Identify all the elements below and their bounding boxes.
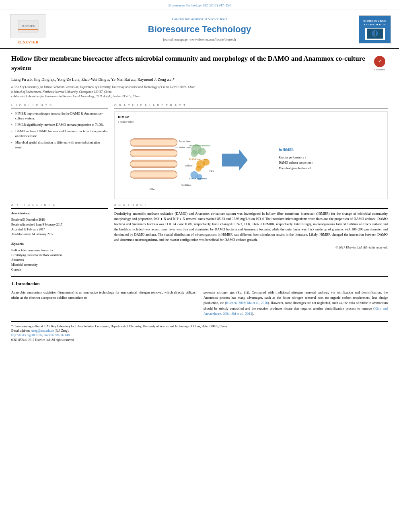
svg-point-20 <box>198 148 206 155</box>
svg-text:Anammox bacteria: Anammox bacteria <box>189 144 210 147</box>
article-info-col: A R T I C L E I N F O Article history: R… <box>11 203 108 272</box>
section-divider <box>11 276 388 277</box>
svg-point-24 <box>195 165 202 171</box>
journal-ref-text: Bioresource Technology 232 (2017) 247–25… <box>169 3 231 7</box>
issn-line: 0960-8524/© 2017 Elsevier Ltd. All right… <box>11 338 388 342</box>
logo-line1: BIORESOURCE <box>363 19 386 23</box>
svg-rect-11 <box>130 140 177 145</box>
copyright-line: © 2017 Elsevier Ltd. All rights reserved… <box>114 245 388 250</box>
ga-results: In HfMBR Reactor performance ↑ DAMO arch… <box>279 139 314 171</box>
svg-text:ELSEVIER: ELSEVIER <box>21 25 35 28</box>
sciencedirect-link-text[interactable]: ScienceDirect <box>208 17 227 21</box>
contents-text: Contents lists available at <box>172 17 207 21</box>
article-title: Hollow fiber membrane bioreactor affects… <box>11 54 368 73</box>
history-heading: Article history: <box>11 211 108 216</box>
email-address[interactable]: rzeng@ustc.edu.cn <box>31 329 54 333</box>
main-content: Hollow fiber membrane bioreactor affects… <box>0 49 399 346</box>
elsevier-emblem: ELSEVIER <box>16 18 40 34</box>
svg-text:EPS: EPS <box>209 169 214 172</box>
doi-line: http://dx.doi.org/10.1016/j.biortech.201… <box>11 333 388 337</box>
graphical-abstract-box: HfMBR a hollow fiber <box>114 111 388 199</box>
svg-text:CH₄: CH₄ <box>149 187 154 190</box>
ga-diagram: HfMBR a hollow fiber <box>118 115 384 195</box>
svg-rect-13 <box>130 161 177 166</box>
title-section: Hollow fiber membrane bioreactor affects… <box>11 54 388 73</box>
keyword-5: Granule <box>11 267 108 272</box>
highlight-item-2: HfMBR significantly increases DAMO archa… <box>11 123 108 127</box>
email-label: E-mail address: <box>11 329 30 333</box>
ga-in-hfmbr-title: In HfMBR <box>279 147 314 153</box>
article-info-box: Article history: Received 5 December 201… <box>11 211 108 272</box>
logo-inner-image <box>367 29 383 39</box>
highlight-item-1: HfMBR improves nitrogen removal in the D… <box>11 111 108 121</box>
abstract-text: Denitrifying anaerobic methane oxidation… <box>114 211 388 243</box>
elsevier-logo-box: ELSEVIER <box>10 14 46 38</box>
ref-kuenen[interactable]: Kuenen, 2008; Ma et al., 2016 <box>226 301 268 305</box>
ga-hfmbr-label: HfMBR <box>118 115 271 119</box>
article-info-title: A R T I C L E I N F O <box>11 203 108 209</box>
journal-homepage: journal homepage: www.elsevier.com/locat… <box>56 37 343 42</box>
footnote-section: * Corresponding author at: CAS Key Labor… <box>11 321 388 342</box>
page: Bioresource Technology 232 (2017) 247–25… <box>0 0 399 532</box>
graphical-abstract-col: G R A P H I C A L A B S T R A C T HfMBR … <box>114 103 388 199</box>
keyword-1: Hollow fiber membrane bioreactor <box>11 248 108 253</box>
crossmark-area: ✓ CrossMark <box>372 56 388 71</box>
affiliation-b: b School of Environment, Northeast Norma… <box>11 90 388 94</box>
available-date: Available online 14 February 2017 <box>11 232 108 237</box>
affiliation-c: c Advanced Laboratory for Environmental … <box>11 94 388 99</box>
highlight-item-3: DAMO archaea, DAMO bacteria and Anammox … <box>11 129 108 139</box>
journal-header: ELSEVIER ELSEVIER Contents lists availab… <box>0 10 399 49</box>
ga-result-3: Microbial granules formed. <box>279 166 314 171</box>
keywords-heading: Keywords: <box>11 242 108 246</box>
ga-fiber-diagram: HfMBR a hollow fiber <box>118 115 271 195</box>
journal-reference: Bioresource Technology 232 (2017) 247–25… <box>0 0 399 10</box>
ga-fiber-label: a hollow fiber <box>118 120 271 124</box>
email-name: (R.J. Zeng). <box>55 329 69 333</box>
intro-heading: 1. Introduction <box>11 281 388 287</box>
intro-para1: Anaerobic ammonium oxidation (Anammox) i… <box>11 290 195 300</box>
highlights-list: HfMBR improves nitrogen removal in the D… <box>11 111 108 150</box>
intro-text-cols: Anaerobic ammonium oxidation (Anammox) i… <box>11 290 388 316</box>
logo-image-area <box>365 28 385 40</box>
bioresource-logo: BIORESOURCE TECHNOLOGY <box>359 15 391 43</box>
authors-text: Liang Fu a,b, Jing Ding a,c, Yong-Ze Lu … <box>11 77 175 82</box>
keyword-3: Anammox <box>11 258 108 263</box>
intro-para2: generate nitrogen gas (Eq. (1)). Compare… <box>204 290 388 316</box>
svg-text:biofilms: biofilms <box>181 183 191 186</box>
ga-svg: Inner layer outer layer <box>118 126 271 194</box>
svg-text:DAMO archaea: DAMO archaea <box>189 158 207 160</box>
highlights-title: H I G H L I G H T S <box>11 103 108 109</box>
svg-point-21 <box>191 150 198 157</box>
affiliations: a CAS Key Laboratory for Urban Pollutant… <box>11 85 388 99</box>
crossmark-label: CrossMark <box>374 68 385 71</box>
journal-title: Bioresource Technology <box>56 23 343 36</box>
crossmark-circle: ✓ <box>374 56 385 67</box>
received-date: Received 5 December 2016 <box>11 218 108 222</box>
ga-result-2: DAMO archaea proportion ↑ <box>279 160 314 166</box>
authors-line: Liang Fu a,b, Jing Ding a,c, Yong-Ze Lu … <box>11 77 388 82</box>
affiliation-a: a CAS Key Laboratory for Urban Pollutant… <box>11 85 388 89</box>
introduction-section: 1. Introduction Anaerobic ammonium oxida… <box>11 281 388 316</box>
elsevier-wordmark: ELSEVIER <box>17 40 39 45</box>
svg-text:diffuse: diffuse <box>185 164 193 167</box>
highlights-abstract-section: H I G H L I G H T S HfMBR improves nitro… <box>11 103 388 199</box>
corresponding-note: * Corresponding author at: CAS Key Labor… <box>11 324 388 329</box>
svg-text:Inner layer: Inner layer <box>179 140 192 142</box>
ga-result-1: Reactor performance ↑ <box>279 155 314 160</box>
svg-rect-14 <box>130 172 177 177</box>
ref-khin[interactable]: Khin and Annachhatre, 2004; Shi et al., … <box>204 306 388 316</box>
email-line: E-mail address: rzeng@ustc.edu.cn (R.J. … <box>11 329 388 333</box>
keyword-2: Denitrifying anaerobic methane oxidation <box>11 253 108 258</box>
journal-center-info: Contents lists available at ScienceDirec… <box>48 17 351 42</box>
highlights-col: H I G H L I G H T S HfMBR improves nitro… <box>11 103 108 199</box>
sciencedirect-line: Contents lists available at ScienceDirec… <box>56 17 343 22</box>
svg-text:DAMO bacteria: DAMO bacteria <box>189 177 207 179</box>
elsevier-logo-area: ELSEVIER ELSEVIER <box>8 14 48 45</box>
keyword-4: Microbial community <box>11 263 108 267</box>
intro-col1: Anaerobic ammonium oxidation (Anammox) i… <box>11 290 195 316</box>
intro-col2: generate nitrogen gas (Eq. (1)). Compare… <box>204 290 388 316</box>
doi-link[interactable]: http://dx.doi.org/10.1016/j.biortech.201… <box>11 333 70 337</box>
abstract-col: A B S T R A C T Denitrifying anaerobic m… <box>114 203 388 272</box>
info-abstract-section: A R T I C L E I N F O Article history: R… <box>11 203 388 272</box>
svg-rect-12 <box>130 150 177 156</box>
